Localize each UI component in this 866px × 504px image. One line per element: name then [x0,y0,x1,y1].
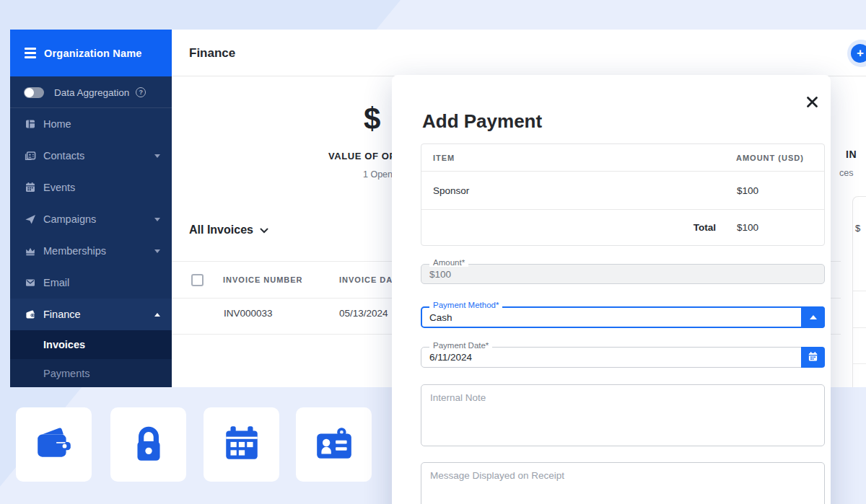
amount-column-header: AMOUNT (USD) [736,154,804,162]
column-header-invoice-date: INVOICE DAT [339,275,398,284]
organization-name: Organization Name [44,48,142,59]
help-icon[interactable]: ? [136,87,146,97]
sidebar-subitem-payments[interactable]: Payments [10,359,172,387]
item-name-cell: Sponsor [433,185,469,196]
chevron-down-icon [154,218,160,221]
right-amount-fragment: $ [855,223,860,234]
chevron-up-icon [154,313,160,317]
sidebar-item-label: Campaigns [43,213,96,225]
data-aggregation-row: Data Aggregation ? [10,77,172,108]
payment-method-field: Payment Method* [421,306,825,328]
sidebar-item-label: Contacts [43,150,84,162]
internal-note-textarea[interactable] [421,384,825,446]
page-title: Finance [189,46,235,61]
amount-field: Amount* [421,264,825,284]
calendar-icon [221,423,263,467]
item-amount-cell: $100 [737,185,758,196]
sidebar-header: Organization Name [10,30,172,76]
column-header-invoice-number: INVOICE NUMBER [223,275,303,284]
close-icon [806,96,818,111]
sidebar-item-contacts[interactable]: Contacts [10,140,172,172]
envelope-icon [25,277,36,288]
sidebar-item-home[interactable]: Home [10,108,172,140]
chevron-down-icon [154,154,160,158]
wallet-icon [25,309,36,320]
internal-note-field [421,384,825,446]
payment-items-table: ITEM AMOUNT (USD) Sponsor $100 Total $10… [421,143,825,246]
payment-method-input[interactable] [421,306,825,328]
sidebar-item-label: Finance [43,309,81,320]
sidebar: Organization Name Data Aggregation ? Hom… [10,30,172,387]
add-payment-modal: Add Payment ITEM AMOUNT (USD) Sponsor $1… [392,75,831,504]
chevron-down-icon [154,249,160,253]
date-picker-button[interactable] [801,347,825,368]
paper-plane-icon [25,213,36,225]
sidebar-item-finance[interactable]: Finance [10,299,172,330]
page: Organization Name Data Aggregation ? Hom… [0,0,866,504]
feature-card-calendar [204,407,279,482]
feature-card-wallet [16,407,92,482]
data-aggregation-toggle[interactable] [24,87,44,98]
select-all-checkbox[interactable] [191,274,204,286]
amount-field-label: Amount* [429,258,468,267]
layout-icon [25,118,36,130]
chevron-down-icon [260,224,268,236]
sidebar-item-email[interactable]: Email [10,267,172,299]
sidebar-subitem-invoices[interactable]: Invoices [10,330,172,359]
dollar-icon: $ [364,102,380,136]
invoice-number-cell: INV000033 [224,308,273,319]
sidebar-item-label: Events [43,182,75,193]
total-amount: $100 [737,222,758,233]
sidebar-item-campaigns[interactable]: Campaigns [10,203,172,235]
receipt-message-field [421,462,825,504]
total-label: Total [675,222,716,233]
lock-icon [128,423,170,467]
invoice-filter-label: All Invoices [189,224,253,236]
stat-title: VALUE OF OP [328,151,396,162]
items-table-row: Sponsor $100 [421,172,824,210]
amount-input[interactable] [421,264,825,284]
payment-method-label: Payment Method* [429,301,502,309]
sidebar-item-memberships[interactable]: Memberships [10,235,172,267]
feature-card-lock [110,407,186,482]
payment-date-input[interactable] [421,347,825,368]
receipt-message-textarea[interactable] [421,462,825,504]
right-stat-title-fragment: IN [846,149,857,160]
sidebar-item-label: Memberships [43,245,106,257]
payment-date-field: Payment Date* [421,347,825,368]
sidebar-subitem-label: Invoices [43,339,85,350]
items-table-total-row: Total $100 [421,210,824,245]
page-header [172,30,866,76]
calendar-icon [808,351,818,364]
crown-icon [25,245,36,257]
invoice-filter-dropdown[interactable]: All Invoices [189,224,268,236]
modal-title: Add Payment [422,110,542,133]
sidebar-item-events[interactable]: Events [10,172,172,203]
stat-subtitle: 1 Open [363,169,393,180]
sidebar-item-label: Home [43,118,71,130]
right-stat-subtitle-fragment: ces [839,168,853,178]
calendar-icon [25,182,36,193]
sidebar-subitem-label: Payments [43,368,89,379]
items-table-header: ITEM AMOUNT (USD) [421,144,824,172]
invoice-date-cell: 05/13/2024 [339,308,388,319]
feature-card-id-card [296,407,372,482]
payment-date-label: Payment Date* [429,341,492,350]
data-aggregation-label: Data Aggregation [54,87,129,98]
wallet-icon [33,423,75,467]
item-column-header: ITEM [433,154,455,162]
sidebar-item-label: Email [43,277,69,288]
payment-method-dropdown-button[interactable] [801,306,825,328]
contacts-icon [25,150,36,162]
close-button[interactable] [802,94,821,112]
add-button[interactable]: + [851,44,866,63]
id-card-icon [313,423,355,467]
chevron-up-icon [810,315,817,319]
menu-icon[interactable] [25,48,36,58]
